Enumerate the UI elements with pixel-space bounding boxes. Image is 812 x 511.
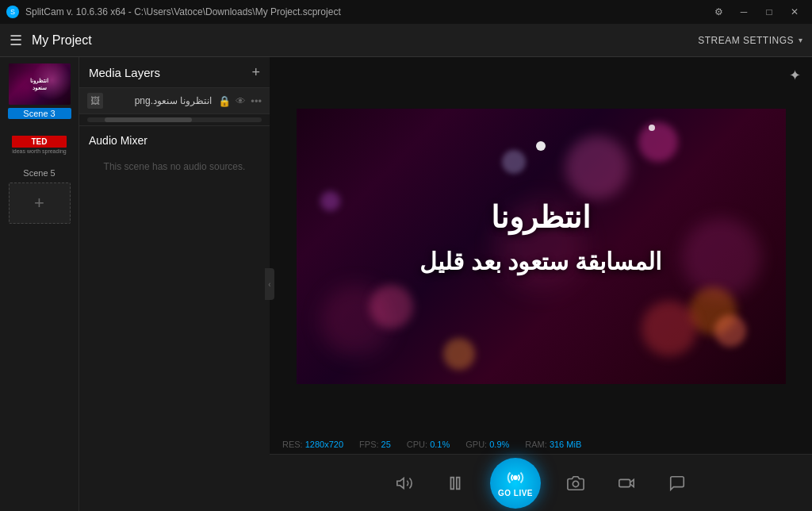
panel-collapse-handle[interactable]: ‹: [265, 268, 274, 300]
main-content: ✦ انتظرونا: [270, 57, 812, 511]
scene-5-label: Scene 5: [23, 168, 55, 178]
pause-button[interactable]: [439, 467, 471, 499]
add-layer-button[interactable]: +: [251, 65, 260, 79]
audio-mixer-empty-message: This scene has no audio sources.: [89, 153, 260, 180]
bottom-controls: GO LIVE: [270, 454, 812, 511]
screenshot-button[interactable]: [560, 467, 592, 499]
add-scene-button[interactable]: +: [9, 182, 71, 224]
close-button[interactable]: ✕: [783, 4, 806, 20]
scene-item-3[interactable]: انتظروناسنعود Scene 3: [8, 63, 71, 119]
project-title: My Project: [32, 33, 92, 48]
ram-stat: RAM: 316 MiB: [525, 440, 581, 449]
layer-controls: 🔒 👁 •••: [218, 95, 262, 107]
svg-rect-2: [457, 477, 460, 489]
audio-mixer-title: Audio Mixer: [89, 134, 260, 147]
settings-button[interactable]: ⚙: [707, 4, 730, 20]
audio-mixer: Audio Mixer This scene has no audio sour…: [79, 125, 270, 188]
layers-header: Media Layers +: [79, 57, 270, 88]
svg-rect-5: [619, 479, 630, 486]
preview-text-line2: المسابقة ستعود بعد قليل: [297, 245, 786, 279]
titlebar: S SplitCam v. 10.6.36 x64 - C:\Users\Vat…: [0, 0, 812, 24]
toolbar-right: STREAM SETTINGS ▾: [698, 35, 802, 46]
titlebar-left: S SplitCam v. 10.6.36 x64 - C:\Users\Vat…: [6, 6, 341, 18]
svg-marker-0: [397, 478, 404, 488]
volume-button[interactable]: [389, 467, 420, 499]
layer-visibility-button[interactable]: 👁: [236, 95, 246, 107]
left-panel: انتظروناسنعود Scene 3 TED ideas worth sp…: [0, 57, 270, 511]
minimize-button[interactable]: ─: [733, 4, 755, 20]
scene-3-thumbnail: انتظروناسنعود: [9, 63, 71, 105]
titlebar-controls: ⚙ ─ □ ✕: [707, 4, 806, 20]
layer-item[interactable]: 🖼 انتظرونا سنعود.png 🔒 👁 •••: [79, 88, 270, 114]
left-panel-inner: انتظروناسنعود Scene 3 TED ideas worth sp…: [0, 57, 270, 511]
stream-settings-chevron-icon: ▾: [799, 36, 802, 44]
gpu-stat: GPU: 0.9%: [465, 440, 509, 449]
go-live-label: GO LIVE: [498, 489, 533, 498]
svg-rect-1: [451, 477, 454, 489]
layer-type-icon: 🖼: [87, 93, 103, 109]
toolbar-left: ☰ My Project: [10, 32, 92, 49]
svg-point-4: [573, 481, 578, 486]
layers-panel: Media Layers + 🖼 انتظرونا سنعود.png 🔒 👁 …: [79, 57, 270, 511]
svg-point-3: [513, 475, 518, 480]
app-icon: S: [6, 6, 19, 18]
cpu-stat: CPU: 0.1%: [407, 440, 450, 449]
layer-name: انتظرونا سنعود.png: [109, 95, 212, 106]
content-area: انتظروناسنعود Scene 3 TED ideas worth sp…: [0, 57, 812, 511]
titlebar-title: SplitCam v. 10.6.36 x64 - C:\Users\Vatoc…: [25, 6, 341, 17]
scene-3-label: Scene 3: [8, 108, 71, 119]
main-toolbar: ☰ My Project STREAM SETTINGS ▾: [0, 24, 812, 57]
ted-logo: TED: [12, 136, 67, 148]
preview-text: انتظرونا المسابقة ستعود بعد قليل: [297, 197, 786, 279]
fps-stat: FPS: 25: [359, 440, 391, 449]
go-live-button[interactable]: GO LIVE: [490, 458, 541, 509]
menu-button[interactable]: ☰: [10, 32, 22, 49]
layers-title: Media Layers: [89, 66, 160, 79]
layer-more-button[interactable]: •••: [251, 95, 262, 107]
maximize-button[interactable]: □: [758, 4, 780, 20]
layer-lock-button[interactable]: 🔒: [218, 95, 231, 107]
layers-scrollbar[interactable]: [87, 117, 262, 122]
scene-item-5[interactable]: TED ideas worth spreading Scene 5: [8, 124, 71, 178]
preview-text-line1: انتظرونا: [297, 197, 786, 239]
brightness-button[interactable]: ✦: [789, 67, 801, 84]
scene-5-thumbnail: TED ideas worth spreading: [9, 124, 71, 165]
preview-area: ✦ انتظرونا: [270, 57, 812, 435]
stream-settings-button[interactable]: STREAM SETTINGS: [698, 35, 794, 46]
scrollbar-thumb: [105, 117, 192, 122]
res-stat: RES: 1280x720: [282, 440, 343, 449]
preview-canvas: انتظرونا المسابقة ستعود بعد قليل: [297, 109, 786, 384]
scenes-list: انتظروناسنعود Scene 3 TED ideas worth sp…: [0, 57, 79, 511]
ted-subtitle: ideas worth spreading: [12, 148, 67, 154]
record-button[interactable]: [611, 467, 642, 499]
stats-bar: RES: 1280x720 FPS: 25 CPU: 0.1% GPU: 0.9…: [270, 435, 812, 454]
chat-button[interactable]: [661, 467, 693, 499]
